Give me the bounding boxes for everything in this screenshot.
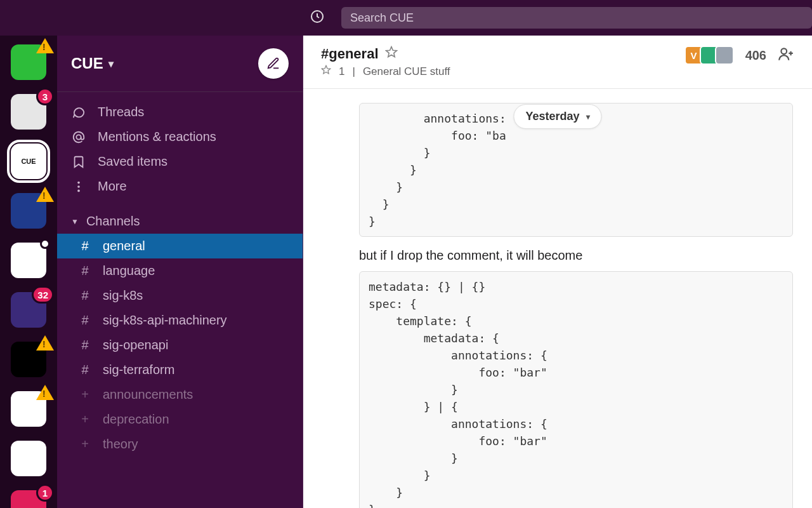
nav-saved[interactable]: Saved items xyxy=(57,149,303,174)
workspace-rail: 3CUE321 xyxy=(0,36,57,508)
nav-label: Threads xyxy=(98,105,144,119)
warning-badge xyxy=(36,38,54,53)
hash-icon: # xyxy=(79,264,91,278)
workspace-sauero[interactable]: 3 xyxy=(11,94,46,130)
workspace-switcher[interactable]: CUE ▾ xyxy=(71,55,114,72)
member-count[interactable]: 406 xyxy=(745,48,766,63)
search-input[interactable]: Search CUE xyxy=(341,7,812,29)
top-bar: Search CUE xyxy=(0,0,812,36)
channel-label: sig-k8s-api-machinery xyxy=(103,313,227,328)
nav-threads[interactable]: Threads xyxy=(57,100,303,124)
dots-icon xyxy=(71,180,86,194)
svg-point-2 xyxy=(77,181,80,184)
star-icon[interactable] xyxy=(385,46,398,62)
channel-announcements[interactable]: +announcements xyxy=(57,382,303,407)
channel-sig-openapi[interactable]: #sig-openapi xyxy=(57,333,303,358)
warning-badge xyxy=(36,187,54,202)
date-label: Yesterday xyxy=(525,110,579,123)
workspace-name: CUE xyxy=(71,55,103,72)
channel-sig-k8s-api-machinery[interactable]: #sig-k8s-api-machinery xyxy=(57,308,303,333)
warning-badge xyxy=(36,335,54,351)
nav-label: Mentions & reactions xyxy=(98,130,216,144)
message-area: Yesterday ▾ annotations: { foo: "ba } } … xyxy=(303,89,812,508)
compose-button[interactable] xyxy=(258,48,289,79)
plus-icon: + xyxy=(79,437,91,451)
hash-icon: # xyxy=(79,313,91,328)
workspace-openshift[interactable] xyxy=(11,391,46,427)
plus-icon: + xyxy=(79,412,91,427)
threads-icon xyxy=(71,105,86,119)
hash-icon: # xyxy=(79,338,91,352)
workspace-k8s[interactable] xyxy=(11,193,46,229)
svg-point-3 xyxy=(77,185,80,188)
main-pane: #general 1 | General CUE stuff V 406 xyxy=(303,36,812,508)
channel-topic[interactable]: General CUE stuff xyxy=(363,65,450,78)
channel-label: deprecation xyxy=(103,412,169,427)
channel-language[interactable]: #language xyxy=(57,258,303,283)
nav-list: ThreadsMentions & reactionsSaved itemsMo… xyxy=(57,92,303,206)
channel-label: sig-terraform xyxy=(103,363,174,377)
hash-icon: # xyxy=(79,363,91,377)
nav-more[interactable]: More xyxy=(57,174,303,199)
date-divider[interactable]: Yesterday ▾ xyxy=(513,104,601,129)
workspace-alles[interactable] xyxy=(11,441,46,476)
pin-count: 1 xyxy=(339,65,344,78)
unread-badge: 32 xyxy=(32,286,54,304)
at-icon xyxy=(71,130,86,144)
unread-badge: 3 xyxy=(36,88,54,105)
pin-icon[interactable] xyxy=(321,65,331,78)
channel-list: #general#language#sig-k8s#sig-k8s-api-ma… xyxy=(57,234,303,457)
hash-icon: # xyxy=(79,239,91,253)
unread-badge: 1 xyxy=(36,484,54,502)
svg-point-1 xyxy=(76,135,81,139)
channel-label: language xyxy=(103,264,155,278)
add-person-icon[interactable] xyxy=(778,46,794,65)
member-avatars[interactable]: V xyxy=(688,46,734,65)
workspace-diamond[interactable] xyxy=(11,342,46,377)
search-placeholder: Search CUE xyxy=(350,11,414,25)
hash-icon: # xyxy=(79,288,91,303)
channel-header: #general 1 | General CUE stuff V 406 xyxy=(303,36,812,89)
channel-label: sig-k8s xyxy=(103,288,143,303)
channel-general[interactable]: #general xyxy=(57,234,303,258)
message-text: but if I drop the comment, it will becom… xyxy=(359,246,793,265)
history-icon[interactable] xyxy=(310,9,325,27)
nav-label: Saved items xyxy=(98,154,167,169)
divider: | xyxy=(352,65,355,78)
workspace-green[interactable] xyxy=(11,44,46,80)
svg-point-5 xyxy=(781,48,787,54)
chevron-down-icon: ▾ xyxy=(108,58,114,70)
channel-deprecation[interactable]: +deprecation xyxy=(57,407,303,432)
channels-section-header[interactable]: ▼ Channels xyxy=(57,206,303,234)
workspace-gcp[interactable] xyxy=(11,243,46,278)
channel-sig-terraform[interactable]: #sig-terraform xyxy=(57,358,303,382)
chevron-down-icon: ▾ xyxy=(586,112,590,121)
presence-dot xyxy=(40,239,50,249)
channels-label: Channels xyxy=(86,214,140,229)
workspace-red[interactable]: 1 xyxy=(11,490,46,508)
plus-icon: + xyxy=(79,387,91,402)
nav-label: More xyxy=(98,179,127,194)
nav-mentions[interactable]: Mentions & reactions xyxy=(57,124,303,149)
channel-label: theory xyxy=(103,437,138,451)
svg-point-4 xyxy=(77,189,80,192)
bookmark-icon xyxy=(71,155,86,169)
channel-sig-k8s[interactable]: #sig-k8s xyxy=(57,283,303,308)
channel-label: announcements xyxy=(103,387,193,402)
channel-theory[interactable]: +theory xyxy=(57,432,303,457)
code-block: metadata: {} | {} spec: { template: { me… xyxy=(359,271,793,508)
warning-badge xyxy=(36,385,54,400)
channel-label: sig-openapi xyxy=(103,338,168,352)
avatar xyxy=(715,46,734,65)
channel-label: general xyxy=(103,239,145,253)
sidebar: CUE ▾ ThreadsMentions & reactionsSaved i… xyxy=(57,36,303,508)
workspace-cats[interactable]: 32 xyxy=(11,292,46,328)
workspace-cue[interactable]: CUE xyxy=(11,144,46,179)
caret-down-icon: ▼ xyxy=(71,217,79,226)
channel-name[interactable]: #general xyxy=(321,46,379,62)
sidebar-header: CUE ▾ xyxy=(57,36,303,92)
